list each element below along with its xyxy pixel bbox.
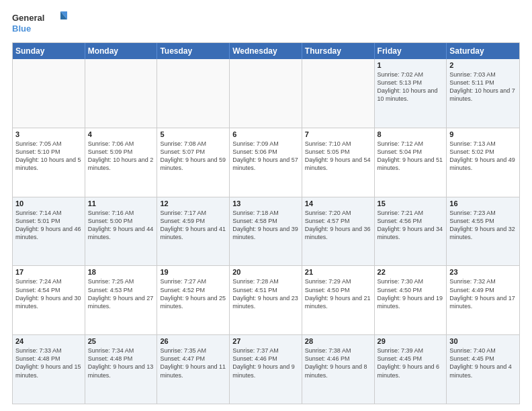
day-details: Sunrise: 7:35 AM Sunset: 4:47 PM Dayligh…	[160, 347, 226, 379]
day-details: Sunrise: 7:39 AM Sunset: 4:45 PM Dayligh…	[378, 347, 444, 379]
header-cell-saturday: Saturday	[447, 43, 519, 59]
day-cell-30: 30Sunrise: 7:40 AM Sunset: 4:45 PM Dayli…	[447, 335, 519, 404]
day-details: Sunrise: 7:33 AM Sunset: 4:48 PM Dayligh…	[15, 347, 82, 379]
day-number: 18	[88, 268, 154, 276]
calendar-header: SundayMondayTuesdayWednesdayThursdayFrid…	[13, 43, 519, 59]
day-cell-24: 24Sunrise: 7:33 AM Sunset: 4:48 PM Dayli…	[13, 335, 85, 404]
day-cell-14: 14Sunrise: 7:20 AM Sunset: 4:57 PM Dayli…	[302, 197, 375, 266]
day-cell-9: 9Sunrise: 7:13 AM Sunset: 5:02 PM Daylig…	[447, 128, 519, 197]
day-number: 24	[15, 337, 82, 345]
empty-cell	[302, 59, 375, 128]
day-number: 4	[88, 130, 154, 138]
day-cell-23: 23Sunrise: 7:32 AM Sunset: 4:49 PM Dayli…	[447, 266, 519, 334]
calendar-row-1: 1Sunrise: 7:02 AM Sunset: 5:13 PM Daylig…	[13, 59, 519, 128]
day-cell-16: 16Sunrise: 7:23 AM Sunset: 4:55 PM Dayli…	[447, 197, 519, 266]
day-cell-6: 6Sunrise: 7:09 AM Sunset: 5:06 PM Daylig…	[230, 128, 302, 197]
day-number: 23	[449, 268, 517, 276]
day-number: 30	[449, 337, 517, 345]
day-number: 8	[378, 130, 444, 138]
day-number: 6	[232, 130, 299, 138]
day-details: Sunrise: 7:05 AM Sunset: 5:10 PM Dayligh…	[15, 140, 82, 173]
day-cell-11: 11Sunrise: 7:16 AM Sunset: 5:00 PM Dayli…	[85, 197, 158, 266]
day-number: 3	[15, 130, 82, 138]
day-number: 15	[378, 199, 444, 208]
calendar-row-2: 3Sunrise: 7:05 AM Sunset: 5:10 PM Daylig…	[13, 128, 519, 197]
day-details: Sunrise: 7:06 AM Sunset: 5:09 PM Dayligh…	[88, 140, 154, 173]
day-cell-15: 15Sunrise: 7:21 AM Sunset: 4:56 PM Dayli…	[375, 197, 447, 266]
day-details: Sunrise: 7:21 AM Sunset: 4:56 PM Dayligh…	[378, 209, 444, 242]
day-cell-17: 17Sunrise: 7:24 AM Sunset: 4:54 PM Dayli…	[13, 266, 85, 334]
day-cell-25: 25Sunrise: 7:34 AM Sunset: 4:48 PM Dayli…	[85, 335, 158, 404]
day-number: 28	[305, 337, 371, 345]
day-details: Sunrise: 7:09 AM Sunset: 5:06 PM Dayligh…	[232, 140, 299, 173]
day-cell-20: 20Sunrise: 7:28 AM Sunset: 4:51 PM Dayli…	[230, 266, 302, 334]
calendar-row-5: 24Sunrise: 7:33 AM Sunset: 4:48 PM Dayli…	[13, 335, 519, 404]
page: General Blue SundayMondayTuesdayWednesda…	[0, 0, 532, 411]
calendar-row-3: 10Sunrise: 7:14 AM Sunset: 5:01 PM Dayli…	[13, 197, 519, 267]
day-cell-5: 5Sunrise: 7:08 AM Sunset: 5:07 PM Daylig…	[157, 128, 230, 197]
day-details: Sunrise: 7:32 AM Sunset: 4:49 PM Dayligh…	[449, 277, 517, 310]
day-cell-12: 12Sunrise: 7:17 AM Sunset: 4:59 PM Dayli…	[157, 197, 230, 266]
day-cell-2: 2Sunrise: 7:03 AM Sunset: 5:11 PM Daylig…	[447, 59, 519, 128]
day-number: 27	[232, 337, 299, 345]
day-details: Sunrise: 7:28 AM Sunset: 4:51 PM Dayligh…	[232, 277, 299, 310]
day-details: Sunrise: 7:24 AM Sunset: 4:54 PM Dayligh…	[15, 277, 82, 310]
day-details: Sunrise: 7:38 AM Sunset: 4:46 PM Dayligh…	[305, 347, 371, 379]
day-number: 11	[88, 199, 154, 208]
header-cell-sunday: Sunday	[13, 43, 85, 59]
calendar-body: 1Sunrise: 7:02 AM Sunset: 5:13 PM Daylig…	[13, 59, 519, 404]
day-number: 9	[449, 130, 517, 138]
day-cell-27: 27Sunrise: 7:37 AM Sunset: 4:46 PM Dayli…	[230, 335, 302, 404]
empty-cell	[85, 59, 158, 128]
day-details: Sunrise: 7:02 AM Sunset: 5:13 PM Dayligh…	[378, 71, 444, 103]
day-number: 1	[378, 61, 444, 69]
day-number: 25	[88, 337, 154, 345]
day-number: 20	[232, 268, 299, 276]
day-number: 13	[232, 199, 299, 208]
empty-cell	[157, 59, 230, 128]
day-cell-10: 10Sunrise: 7:14 AM Sunset: 5:01 PM Dayli…	[13, 197, 85, 266]
day-number: 16	[449, 199, 517, 208]
empty-cell	[13, 59, 85, 128]
day-cell-29: 29Sunrise: 7:39 AM Sunset: 4:45 PM Dayli…	[375, 335, 447, 404]
empty-cell	[230, 59, 302, 128]
header-cell-monday: Monday	[85, 43, 158, 59]
day-number: 5	[160, 130, 226, 138]
header-cell-thursday: Thursday	[302, 43, 375, 59]
day-details: Sunrise: 7:23 AM Sunset: 4:55 PM Dayligh…	[449, 209, 517, 242]
calendar-row-4: 17Sunrise: 7:24 AM Sunset: 4:54 PM Dayli…	[13, 266, 519, 335]
day-cell-8: 8Sunrise: 7:12 AM Sunset: 5:04 PM Daylig…	[375, 128, 447, 197]
day-details: Sunrise: 7:13 AM Sunset: 5:02 PM Dayligh…	[449, 140, 517, 173]
day-number: 22	[378, 268, 444, 276]
svg-text:Blue: Blue	[12, 24, 31, 34]
day-details: Sunrise: 7:25 AM Sunset: 4:53 PM Dayligh…	[88, 277, 154, 310]
header-cell-wednesday: Wednesday	[230, 43, 302, 59]
day-number: 7	[305, 130, 371, 138]
day-number: 26	[160, 337, 226, 345]
day-cell-26: 26Sunrise: 7:35 AM Sunset: 4:47 PM Dayli…	[157, 335, 230, 404]
day-details: Sunrise: 7:29 AM Sunset: 4:50 PM Dayligh…	[305, 277, 371, 310]
day-cell-22: 22Sunrise: 7:30 AM Sunset: 4:50 PM Dayli…	[375, 266, 447, 334]
svg-text:General: General	[12, 13, 44, 23]
calendar: SundayMondayTuesdayWednesdayThursdayFrid…	[12, 42, 520, 404]
day-number: 29	[378, 337, 444, 345]
day-number: 12	[160, 199, 226, 208]
day-cell-3: 3Sunrise: 7:05 AM Sunset: 5:10 PM Daylig…	[13, 128, 85, 197]
day-details: Sunrise: 7:20 AM Sunset: 4:57 PM Dayligh…	[305, 209, 371, 242]
day-details: Sunrise: 7:34 AM Sunset: 4:48 PM Dayligh…	[88, 347, 154, 379]
header-cell-tuesday: Tuesday	[157, 43, 230, 59]
day-cell-28: 28Sunrise: 7:38 AM Sunset: 4:46 PM Dayli…	[302, 335, 375, 404]
header: General Blue	[12, 10, 520, 36]
day-number: 2	[449, 61, 517, 69]
day-details: Sunrise: 7:08 AM Sunset: 5:07 PM Dayligh…	[160, 140, 226, 173]
day-cell-4: 4Sunrise: 7:06 AM Sunset: 5:09 PM Daylig…	[85, 128, 158, 197]
day-cell-1: 1Sunrise: 7:02 AM Sunset: 5:13 PM Daylig…	[375, 59, 447, 128]
day-number: 10	[15, 199, 82, 208]
logo: General Blue	[12, 10, 73, 36]
day-details: Sunrise: 7:10 AM Sunset: 5:05 PM Dayligh…	[305, 140, 371, 173]
day-number: 21	[305, 268, 371, 276]
day-number: 14	[305, 199, 371, 208]
day-details: Sunrise: 7:37 AM Sunset: 4:46 PM Dayligh…	[232, 347, 299, 379]
day-cell-13: 13Sunrise: 7:18 AM Sunset: 4:58 PM Dayli…	[230, 197, 302, 266]
day-cell-18: 18Sunrise: 7:25 AM Sunset: 4:53 PM Dayli…	[85, 266, 158, 334]
